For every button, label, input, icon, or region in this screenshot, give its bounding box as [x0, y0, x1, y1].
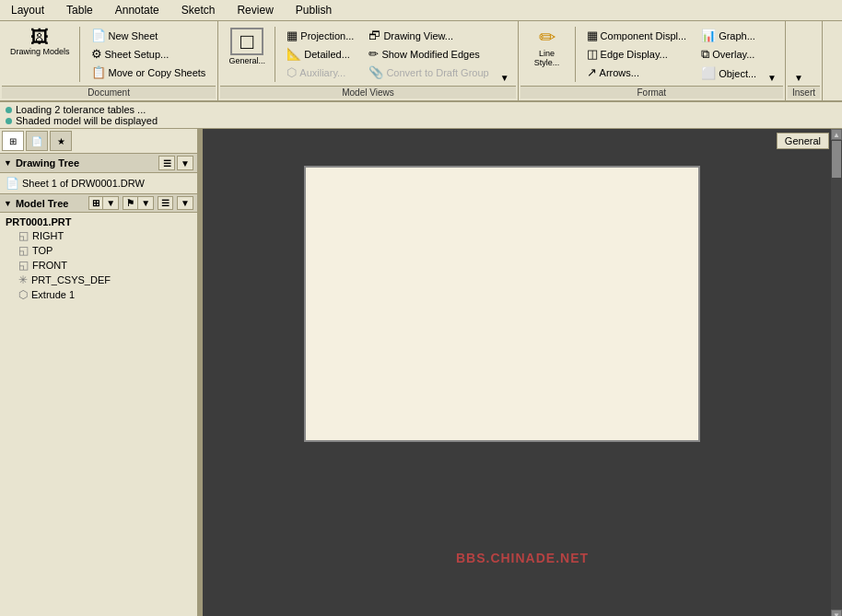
scroll-up-btn[interactable]: ▲ [831, 129, 842, 140]
panel-tab-tree[interactable]: 📄 [26, 131, 48, 151]
model-root-item[interactable]: PRT0001.PRT [4, 215, 193, 228]
convert-draft-label: Convert to Draft Group [386, 67, 488, 78]
model-item-top[interactable]: ◱ TOP [4, 243, 193, 258]
scroll-track [831, 140, 842, 610]
drawing-models-icon: 🖼 [30, 28, 49, 46]
drawing-tree-title: Drawing Tree [16, 157, 79, 169]
move-copy-btn[interactable]: 📋 Move or Copy Sheets [87, 64, 211, 81]
model-tree-collapse-icon[interactable]: ▼ [4, 199, 12, 208]
drawing-tree-item-sheet1[interactable]: 📄 Sheet 1 of DRW0001.DRW [4, 176, 193, 191]
canvas-area: General BBS.CHINADE.NET ▲ ▼ [203, 129, 842, 616]
doc-buttons-col: 📄 New Sheet ⚙ Sheet Setup... 📋 Move or C… [85, 25, 213, 83]
drawing-view-btn[interactable]: 🗗 Drawing View... [364, 27, 493, 44]
convert-draft-icon: 📎 [368, 65, 383, 79]
model-item-csys[interactable]: ✳ PRT_CSYS_DEF [4, 273, 193, 287]
overlay-icon: ⧉ [701, 47, 709, 62]
mv-expand-icon[interactable]: ▼ [497, 72, 512, 84]
auxiliary-btn[interactable]: ⬡ Auxiliary... [282, 64, 358, 81]
detailed-label: Detailed... [304, 49, 350, 60]
arrows-icon: ↗ [587, 65, 597, 79]
model-action-btn-group: ⚑ ▼ [123, 196, 154, 210]
ribbon: 🖼 Drawing Models 📄 New Sheet ⚙ Sheet Set… [0, 21, 842, 102]
graph-btn[interactable]: 📊 Graph... [696, 27, 761, 44]
new-sheet-icon: 📄 [91, 29, 106, 42]
model-tree-content: PRT0001.PRT ◱ RIGHT ◱ TOP ◱ FRONT ✳ PRT_… [0, 213, 197, 616]
menu-publish[interactable]: Publish [288, 2, 339, 18]
menu-layout[interactable]: Layout [4, 2, 52, 18]
scroll-thumb[interactable] [832, 141, 841, 178]
right-plane-icon: ◱ [18, 229, 29, 242]
panel-tab-star[interactable]: ★ [50, 131, 72, 151]
move-copy-icon: 📋 [91, 65, 106, 79]
overlay-btn[interactable]: ⧉ Overlay... [696, 45, 761, 64]
menu-sketch[interactable]: Sketch [174, 2, 223, 18]
insert-group-label: Insert [788, 86, 820, 99]
menu-review[interactable]: Review [229, 2, 280, 18]
show-modified-edges-btn[interactable]: ✏ Show Modified Edges [364, 45, 493, 63]
model-item-extrude[interactable]: ⬡ Extrude 1 [4, 287, 193, 302]
component-display-icon: ▦ [587, 29, 598, 42]
model-expand-btn-group: ▼ [177, 196, 193, 210]
panel-tab-grid[interactable]: ⊞ [2, 131, 24, 151]
model-view-dropdown[interactable]: ▼ [103, 197, 118, 209]
projection-btn[interactable]: ▦ Projection... [282, 27, 358, 44]
model-action-dropdown[interactable]: ▼ [138, 197, 153, 209]
drawing-tree-collapse-icon[interactable]: ▼ [4, 158, 12, 168]
arrows-btn[interactable]: ↗ Arrows... [582, 64, 692, 81]
model-expand-btn[interactable]: ▼ [178, 197, 193, 209]
object-btn[interactable]: ⬜ Object... [696, 64, 761, 82]
model-action-btn[interactable]: ⚑ [123, 197, 138, 209]
object-icon: ⬜ [701, 66, 716, 80]
right-plane-label: RIGHT [32, 230, 64, 241]
detailed-btn[interactable]: 📐 Detailed... [282, 45, 358, 63]
drawing-models-btn[interactable]: 🖼 Drawing Models [6, 25, 75, 59]
drawing-tree-header: ▼ Drawing Tree ☰ ▼ [0, 154, 197, 173]
ribbon-group-model-views: □ General... ▦ Projection... 📐 Detailed.… [218, 21, 518, 100]
model-tree-section: ▼ Model Tree ⊞ ▼ ⚑ ▼ ☰ ▼ [0, 194, 197, 616]
edge-display-btn[interactable]: ◫ Edge Display... [582, 45, 692, 63]
detailed-icon: 📐 [287, 47, 301, 61]
model-view-btn-group: ⊞ ▼ [88, 196, 119, 210]
line-style-btn[interactable]: ✏ LineStyle... [524, 25, 570, 70]
drawing-canvas [304, 166, 700, 442]
general-label: General... [229, 56, 266, 65]
edge-display-icon: ◫ [587, 47, 598, 61]
convert-draft-group-btn[interactable]: 📎 Convert to Draft Group [364, 64, 493, 81]
drawing-view-icon: 🗗 [368, 29, 380, 42]
model-settings-btn[interactable]: ☰ [158, 197, 172, 209]
fmt-expand-icon[interactable]: ▼ [765, 72, 779, 84]
drawing-tree-section: ▼ Drawing Tree ☰ ▼ 📄 Sheet 1 of DRW0001.… [0, 154, 197, 194]
divider-1 [79, 27, 80, 82]
status-message-1: Loading 2 tolerance tables ... [16, 104, 146, 115]
model-view-btn[interactable]: ⊞ [89, 197, 103, 209]
model-item-front[interactable]: ◱ FRONT [4, 258, 193, 273]
insert-expand-icon[interactable]: ▼ [791, 72, 806, 84]
front-plane-icon: ◱ [18, 259, 29, 272]
component-display-label: Component Displ... [601, 30, 687, 41]
csys-label: PRT_CSYS_DEF [31, 274, 111, 285]
general-icon: □ [230, 28, 263, 55]
model-tree-header: ▼ Model Tree ⊞ ▼ ⚑ ▼ ☰ ▼ [0, 194, 197, 213]
show-modified-edges-label: Show Modified Edges [381, 49, 479, 60]
menu-annotate[interactable]: Annotate [108, 2, 167, 18]
new-sheet-btn[interactable]: 📄 New Sheet [87, 27, 211, 44]
top-plane-label: TOP [32, 245, 53, 256]
drawing-tree-expand-btn[interactable]: ▼ [177, 156, 193, 170]
divider-2 [275, 27, 275, 82]
model-tree-title: Model Tree [16, 198, 68, 209]
canvas-general-btn[interactable]: General [777, 133, 829, 149]
general-btn[interactable]: □ General... [224, 25, 270, 68]
model-item-right[interactable]: ◱ RIGHT [4, 228, 193, 243]
component-display-btn[interactable]: ▦ Component Displ... [582, 27, 692, 44]
status-dot-1 [6, 107, 12, 113]
mv-right-col: 🗗 Drawing View... ✏ Show Modified Edges … [362, 25, 495, 83]
auxiliary-label: Auxiliary... [299, 67, 345, 78]
status-line-1: Loading 2 tolerance tables ... [6, 104, 836, 115]
scroll-down-btn[interactable]: ▼ [831, 610, 842, 616]
drawing-tree-content: 📄 Sheet 1 of DRW0001.DRW [0, 173, 197, 193]
model-header-actions: ⊞ ▼ ⚑ ▼ ☰ ▼ [88, 196, 193, 210]
menu-table[interactable]: Table [59, 2, 100, 18]
drawing-tree-settings-btn[interactable]: ☰ [158, 156, 175, 170]
main-area: ⊞ 📄 ★ ▼ Drawing Tree ☰ ▼ 📄 Sheet 1 of DR… [0, 129, 842, 616]
sheet-setup-btn[interactable]: ⚙ Sheet Setup... [87, 45, 211, 63]
